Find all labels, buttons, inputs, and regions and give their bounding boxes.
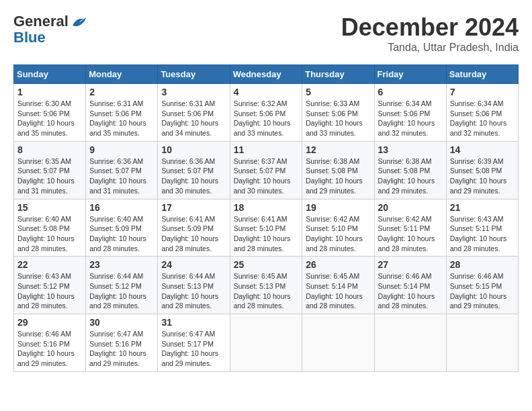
calendar-cell: 10 Sunrise: 6:36 AM Sunset: 5:07 PM Dayl… (158, 141, 230, 199)
day-info: Sunrise: 6:47 AM Sunset: 5:17 PM Dayligh… (161, 329, 226, 369)
day-number: 2 (89, 87, 154, 97)
calendar-cell (230, 314, 302, 372)
calendar-cell: 26 Sunrise: 6:45 AM Sunset: 5:14 PM Dayl… (302, 257, 374, 314)
day-info: Sunrise: 6:43 AM Sunset: 5:12 PM Dayligh… (17, 271, 82, 311)
weekday-header-wednesday: Wednesday (230, 65, 302, 84)
day-info: Sunrise: 6:32 AM Sunset: 5:06 PM Dayligh… (234, 99, 299, 138)
calendar-cell: 21 Sunrise: 6:43 AM Sunset: 5:11 PM Dayl… (446, 199, 518, 257)
weekday-header-saturday: Saturday (446, 65, 518, 84)
day-info: Sunrise: 6:40 AM Sunset: 5:09 PM Dayligh… (89, 214, 154, 254)
calendar-cell: 13 Sunrise: 6:38 AM Sunset: 5:08 PM Dayl… (374, 141, 446, 199)
day-info: Sunrise: 6:46 AM Sunset: 5:14 PM Dayligh… (378, 271, 443, 311)
day-info: Sunrise: 6:34 AM Sunset: 5:06 PM Dayligh… (450, 99, 515, 138)
calendar-cell: 29 Sunrise: 6:46 AM Sunset: 5:16 PM Dayl… (14, 314, 86, 372)
day-info: Sunrise: 6:31 AM Sunset: 5:06 PM Dayligh… (161, 99, 226, 138)
day-info: Sunrise: 6:37 AM Sunset: 5:07 PM Dayligh… (234, 156, 299, 196)
weekday-header-row: SundayMondayTuesdayWednesdayThursdayFrid… (14, 65, 519, 84)
weekday-header-thursday: Thursday (302, 65, 374, 84)
day-info: Sunrise: 6:38 AM Sunset: 5:08 PM Dayligh… (306, 156, 370, 196)
day-info: Sunrise: 6:43 AM Sunset: 5:11 PM Dayligh… (450, 214, 515, 254)
day-number: 7 (450, 87, 515, 97)
day-info: Sunrise: 6:36 AM Sunset: 5:07 PM Dayligh… (89, 156, 154, 196)
day-number: 21 (450, 202, 515, 213)
day-info: Sunrise: 6:39 AM Sunset: 5:08 PM Dayligh… (450, 156, 515, 196)
weekday-header-friday: Friday (374, 65, 446, 84)
calendar-cell: 8 Sunrise: 6:35 AM Sunset: 5:07 PM Dayli… (14, 141, 86, 199)
day-info: Sunrise: 6:35 AM Sunset: 5:07 PM Dayligh… (17, 156, 82, 196)
weekday-header-monday: Monday (86, 65, 158, 84)
day-number: 28 (450, 259, 515, 270)
calendar-cell: 22 Sunrise: 6:43 AM Sunset: 5:12 PM Dayl… (14, 257, 86, 314)
week-row-4: 22 Sunrise: 6:43 AM Sunset: 5:12 PM Dayl… (14, 257, 519, 314)
day-info: Sunrise: 6:47 AM Sunset: 5:16 PM Dayligh… (89, 329, 154, 369)
day-info: Sunrise: 6:44 AM Sunset: 5:13 PM Dayligh… (161, 271, 226, 311)
day-number: 25 (234, 259, 299, 270)
weekday-header-sunday: Sunday (14, 65, 86, 84)
calendar-cell: 3 Sunrise: 6:31 AM Sunset: 5:06 PM Dayli… (158, 84, 230, 142)
day-info: Sunrise: 6:41 AM Sunset: 5:10 PM Dayligh… (234, 214, 299, 254)
calendar-cell: 18 Sunrise: 6:41 AM Sunset: 5:10 PM Dayl… (230, 199, 302, 257)
logo-bird-icon (70, 16, 89, 28)
calendar-cell: 19 Sunrise: 6:42 AM Sunset: 5:10 PM Dayl… (302, 199, 374, 257)
day-number: 17 (161, 202, 226, 213)
week-row-1: 1 Sunrise: 6:30 AM Sunset: 5:06 PM Dayli… (14, 84, 519, 142)
calendar-cell (374, 314, 446, 372)
calendar-cell (302, 314, 374, 372)
day-number: 16 (89, 202, 154, 213)
day-info: Sunrise: 6:41 AM Sunset: 5:09 PM Dayligh… (161, 214, 226, 254)
day-number: 18 (234, 202, 299, 213)
week-row-5: 29 Sunrise: 6:46 AM Sunset: 5:16 PM Dayl… (14, 314, 519, 372)
calendar-cell: 31 Sunrise: 6:47 AM Sunset: 5:17 PM Dayl… (158, 314, 230, 372)
logo-blue: Blue (13, 29, 46, 46)
week-row-3: 15 Sunrise: 6:40 AM Sunset: 5:08 PM Dayl… (14, 199, 519, 257)
day-number: 5 (306, 87, 370, 97)
calendar-cell: 20 Sunrise: 6:42 AM Sunset: 5:11 PM Dayl… (374, 199, 446, 257)
calendar-cell: 1 Sunrise: 6:30 AM Sunset: 5:06 PM Dayli… (14, 84, 86, 142)
day-number: 27 (378, 259, 443, 270)
calendar-cell: 9 Sunrise: 6:36 AM Sunset: 5:07 PM Dayli… (86, 141, 158, 199)
calendar-table: SundayMondayTuesdayWednesdayThursdayFrid… (13, 64, 519, 372)
day-info: Sunrise: 6:36 AM Sunset: 5:07 PM Dayligh… (161, 156, 226, 196)
week-row-2: 8 Sunrise: 6:35 AM Sunset: 5:07 PM Dayli… (14, 141, 519, 199)
logo-text: General Blue (13, 13, 89, 46)
day-number: 4 (234, 87, 299, 97)
calendar-cell: 30 Sunrise: 6:47 AM Sunset: 5:16 PM Dayl… (86, 314, 158, 372)
day-info: Sunrise: 6:31 AM Sunset: 5:06 PM Dayligh… (89, 99, 154, 138)
day-info: Sunrise: 6:45 AM Sunset: 5:14 PM Dayligh… (306, 271, 370, 311)
calendar-cell: 12 Sunrise: 6:38 AM Sunset: 5:08 PM Dayl… (302, 141, 374, 199)
day-info: Sunrise: 6:46 AM Sunset: 5:15 PM Dayligh… (450, 271, 515, 311)
day-info: Sunrise: 6:42 AM Sunset: 5:11 PM Dayligh… (378, 214, 443, 254)
day-number: 14 (450, 144, 515, 155)
day-number: 10 (161, 144, 226, 155)
day-info: Sunrise: 6:44 AM Sunset: 5:12 PM Dayligh… (89, 271, 154, 311)
day-number: 9 (89, 144, 154, 155)
calendar-cell: 24 Sunrise: 6:44 AM Sunset: 5:13 PM Dayl… (158, 257, 230, 314)
day-info: Sunrise: 6:38 AM Sunset: 5:08 PM Dayligh… (378, 156, 443, 196)
day-info: Sunrise: 6:33 AM Sunset: 5:06 PM Dayligh… (306, 99, 370, 138)
day-number: 22 (17, 259, 82, 270)
day-number: 20 (378, 202, 443, 213)
calendar-cell: 25 Sunrise: 6:45 AM Sunset: 5:13 PM Dayl… (230, 257, 302, 314)
calendar-cell: 5 Sunrise: 6:33 AM Sunset: 5:06 PM Dayli… (302, 84, 374, 142)
day-info: Sunrise: 6:34 AM Sunset: 5:06 PM Dayligh… (378, 99, 443, 138)
calendar-cell (446, 314, 518, 372)
day-number: 12 (306, 144, 370, 155)
day-number: 3 (161, 87, 226, 97)
calendar-cell: 27 Sunrise: 6:46 AM Sunset: 5:14 PM Dayl… (374, 257, 446, 314)
day-number: 15 (17, 202, 82, 213)
day-info: Sunrise: 6:40 AM Sunset: 5:08 PM Dayligh… (17, 214, 82, 254)
calendar-cell: 2 Sunrise: 6:31 AM Sunset: 5:06 PM Dayli… (86, 84, 158, 142)
calendar-cell: 28 Sunrise: 6:46 AM Sunset: 5:15 PM Dayl… (446, 257, 518, 314)
title-block: December 2024 Tanda, Uttar Pradesh, Indi… (341, 13, 519, 54)
calendar-cell: 7 Sunrise: 6:34 AM Sunset: 5:06 PM Dayli… (446, 84, 518, 142)
calendar-cell: 14 Sunrise: 6:39 AM Sunset: 5:08 PM Dayl… (446, 141, 518, 199)
day-info: Sunrise: 6:42 AM Sunset: 5:10 PM Dayligh… (306, 214, 370, 254)
day-number: 19 (306, 202, 370, 213)
day-number: 11 (234, 144, 299, 155)
calendar-cell: 16 Sunrise: 6:40 AM Sunset: 5:09 PM Dayl… (86, 199, 158, 257)
day-number: 1 (17, 87, 82, 97)
day-number: 31 (161, 317, 226, 328)
day-number: 24 (161, 259, 226, 270)
calendar-cell: 6 Sunrise: 6:34 AM Sunset: 5:06 PM Dayli… (374, 84, 446, 142)
calendar-cell: 17 Sunrise: 6:41 AM Sunset: 5:09 PM Dayl… (158, 199, 230, 257)
